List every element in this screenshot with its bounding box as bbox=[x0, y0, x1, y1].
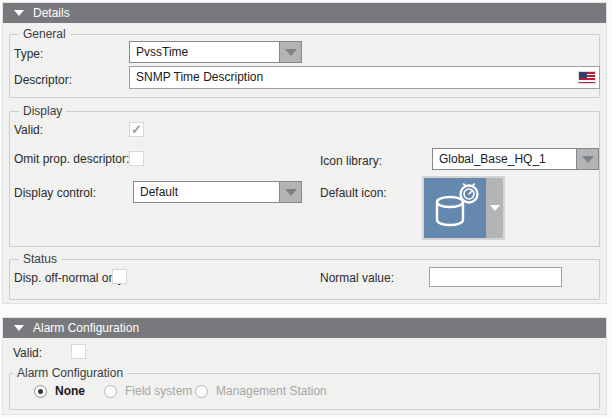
database-clock-icon bbox=[424, 178, 486, 238]
radio-selected-icon[interactable] bbox=[34, 385, 47, 398]
type-dropdown-button[interactable] bbox=[279, 42, 301, 62]
radio-unselected-icon[interactable] bbox=[195, 385, 208, 398]
us-flag-icon bbox=[579, 72, 595, 83]
radio-option-management-station[interactable]: Management Station bbox=[195, 384, 327, 398]
alarm-valid-label: Valid: bbox=[13, 346, 42, 360]
display-control-dropdown-button[interactable] bbox=[279, 182, 301, 202]
omit-prop-descriptor-checkbox[interactable] bbox=[129, 151, 144, 166]
type-dropdown-value: PvssTime bbox=[130, 42, 279, 62]
radio-option-none[interactable]: None bbox=[34, 384, 85, 398]
alarm-configuration-panel: Alarm Configuration Valid: Alarm Configu… bbox=[2, 317, 607, 415]
icon-library-label: Icon library: bbox=[320, 154, 382, 168]
display-groupbox: Display Valid: Omit prop. descriptor: Ic… bbox=[9, 111, 600, 247]
radio-option-field-system[interactable]: Field system bbox=[104, 384, 192, 398]
disp-offnormal-checkbox[interactable] bbox=[112, 269, 127, 284]
descriptor-label: Descriptor: bbox=[14, 73, 72, 87]
icon-library-dropdown-button[interactable] bbox=[576, 149, 598, 169]
icon-library-dropdown-value: Global_Base_HQ_1 bbox=[433, 149, 576, 169]
collapse-triangle-icon bbox=[14, 325, 24, 331]
omit-prop-descriptor-label: Omit prop. descriptor: bbox=[14, 152, 129, 166]
alarm-header-title: Alarm Configuration bbox=[33, 321, 139, 335]
chevron-down-icon bbox=[490, 205, 500, 211]
default-icon-label: Default icon: bbox=[320, 186, 387, 200]
type-dropdown[interactable]: PvssTime bbox=[129, 41, 302, 63]
chevron-down-icon bbox=[285, 189, 297, 196]
display-control-label: Display control: bbox=[14, 186, 96, 200]
normal-value-label: Normal value: bbox=[320, 271, 394, 285]
radio-management-station-label: Management Station bbox=[216, 384, 327, 398]
default-icon-dropdown-button[interactable] bbox=[486, 178, 503, 238]
collapse-triangle-icon bbox=[14, 10, 24, 16]
display-group-label: Display bbox=[19, 104, 66, 118]
details-panel: Details General Type: PvssTime Descripto… bbox=[2, 2, 607, 304]
alarm-valid-checkbox[interactable] bbox=[71, 344, 86, 359]
alarm-config-group-label: Alarm Configuration bbox=[13, 366, 127, 380]
valid-label: Valid: bbox=[14, 123, 43, 137]
general-group-label: General bbox=[19, 27, 70, 41]
descriptor-input[interactable]: SNMP Time Description bbox=[129, 66, 600, 89]
status-groupbox: Status Disp. off-normal only: Normal val… bbox=[9, 259, 600, 300]
details-header[interactable]: Details bbox=[3, 3, 606, 23]
default-icon-picker[interactable] bbox=[422, 176, 505, 240]
type-label: Type: bbox=[14, 47, 43, 61]
radio-field-system-label: Field system bbox=[125, 384, 192, 398]
radio-unselected-icon[interactable] bbox=[104, 385, 117, 398]
status-group-label: Status bbox=[19, 252, 61, 266]
normal-value-input[interactable] bbox=[429, 267, 562, 287]
chevron-down-icon bbox=[582, 156, 594, 163]
display-control-dropdown[interactable]: Default bbox=[133, 181, 302, 203]
icon-library-dropdown[interactable]: Global_Base_HQ_1 bbox=[432, 148, 599, 170]
display-control-dropdown-value: Default bbox=[134, 182, 279, 202]
radio-none-label: None bbox=[55, 384, 85, 398]
general-groupbox: General Type: PvssTime Descriptor: SNMP … bbox=[9, 34, 600, 98]
chevron-down-icon bbox=[285, 49, 297, 56]
valid-checkbox[interactable] bbox=[129, 122, 144, 137]
alarm-configuration-groupbox: Alarm Configuration None Field system Ma… bbox=[9, 373, 600, 410]
details-header-title: Details bbox=[33, 6, 70, 20]
descriptor-input-value: SNMP Time Description bbox=[136, 70, 263, 84]
disp-offnormal-label: Disp. off-normal only: bbox=[14, 271, 127, 285]
alarm-configuration-header[interactable]: Alarm Configuration bbox=[3, 318, 606, 338]
